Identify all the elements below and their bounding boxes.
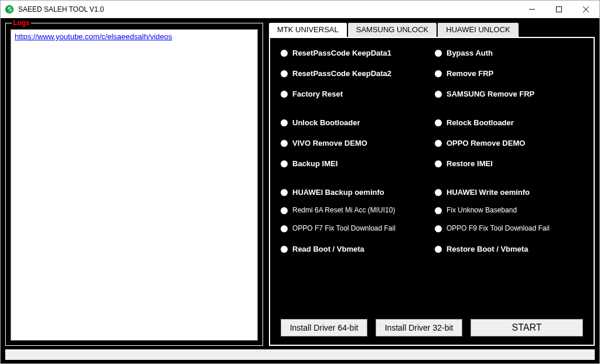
radio-icon <box>281 119 288 126</box>
tabs-strip: MTK UNIVERSALSAMSUNG UNLOCKHUAWEI UNLOCK <box>269 23 595 37</box>
option-left-1[interactable]: ResetPassCode KeepData2 <box>281 69 429 78</box>
close-button[interactable] <box>572 1 599 18</box>
app-window: SAEED SALEH TOOL V1.0 Logs https://www.y… <box>0 0 600 364</box>
start-button[interactable]: START <box>471 319 583 336</box>
button-row: Install Driver 64-bit Install Driver 32-… <box>281 319 583 336</box>
titlebar: SAEED SALEH TOOL V1.0 <box>1 1 599 18</box>
option-right-1[interactable]: Remove FRP <box>435 69 583 78</box>
radio-icon <box>435 246 442 253</box>
radio-icon <box>435 225 442 232</box>
radio-icon <box>435 50 442 57</box>
option-label: HUAWEI Backup oeminfo <box>292 188 384 197</box>
tab-body: ResetPassCode KeepData1Bypass AuthResetP… <box>269 37 595 346</box>
option-label: HUAWEI Write oeminfo <box>446 188 530 197</box>
logs-textbox[interactable]: https://www.youtube.com/c/elsaeedsalh/vi… <box>11 29 258 341</box>
radio-icon <box>281 50 288 57</box>
option-label: Redmi 6A Reset Mi Acc (MIUI10) <box>292 206 395 215</box>
radio-icon <box>435 160 442 167</box>
option-label: Restore Boot / Vbmeta <box>446 245 528 253</box>
tab-samsung-unlock[interactable]: SAMSUNG UNLOCK <box>348 23 437 37</box>
option-label: Remove FRP <box>446 69 493 78</box>
install-driver-64-button[interactable]: Install Driver 64-bit <box>281 319 367 336</box>
option-left-4[interactable]: VIVO Remove DEMO <box>281 139 429 147</box>
option-right-0[interactable]: Bypass Auth <box>435 49 583 57</box>
maximize-button[interactable] <box>546 1 572 18</box>
option-right-6[interactable]: HUAWEI Write oeminfo <box>435 188 583 197</box>
option-left-9[interactable]: Read Boot / Vbmeta <box>281 245 429 253</box>
option-label: SAMSUNG Remove FRP <box>446 90 534 98</box>
window-controls <box>519 1 599 18</box>
option-left-7[interactable]: Redmi 6A Reset Mi Acc (MIUI10) <box>281 206 429 215</box>
option-label: Factory Reset <box>292 90 343 98</box>
option-label: ResetPassCode KeepData1 <box>292 49 391 57</box>
option-left-3[interactable]: Unlock Bootloader <box>281 118 429 127</box>
logs-panel: Logs https://www.youtube.com/c/elsaeedsa… <box>5 23 263 346</box>
radio-icon <box>281 91 288 98</box>
radio-icon <box>281 189 288 196</box>
option-label: Fix Unknow Baseband <box>446 206 517 215</box>
option-right-9[interactable]: Restore Boot / Vbmeta <box>435 245 583 253</box>
option-label: Relock Bootloader <box>446 118 514 127</box>
radio-icon <box>281 207 288 214</box>
svg-rect-2 <box>557 6 562 12</box>
option-label: ResetPassCode KeepData2 <box>292 69 391 78</box>
option-label: Unlock Bootloader <box>292 118 360 127</box>
client-area: Logs https://www.youtube.com/c/elsaeedsa… <box>1 18 599 363</box>
logs-link[interactable]: https://www.youtube.com/c/elsaeedsalh/vi… <box>15 32 172 41</box>
option-label: OPPO Remove DEMO <box>446 139 525 147</box>
radio-icon <box>281 246 288 253</box>
install-driver-32-button[interactable]: Install Driver 32-bit <box>376 319 462 336</box>
options-grid: ResetPassCode KeepData1Bypass AuthResetP… <box>281 49 583 313</box>
radio-icon <box>435 207 442 214</box>
radio-icon <box>435 91 442 98</box>
app-icon <box>4 4 15 15</box>
logs-label: Logs <box>12 19 31 27</box>
radio-icon <box>281 70 288 77</box>
option-right-3[interactable]: Relock Bootloader <box>435 118 583 127</box>
option-left-6[interactable]: HUAWEI Backup oeminfo <box>281 188 429 197</box>
radio-icon <box>435 189 442 196</box>
option-label: Restore IMEI <box>446 159 493 168</box>
option-label: Backup IMEI <box>292 159 338 168</box>
option-right-5[interactable]: Restore IMEI <box>435 159 583 168</box>
option-label: OPPO F9 Fix Tool Download Fail <box>446 224 550 233</box>
main-row: Logs https://www.youtube.com/c/elsaeedsa… <box>1 18 599 346</box>
option-right-2[interactable]: SAMSUNG Remove FRP <box>435 90 583 98</box>
option-label: VIVO Remove DEMO <box>292 139 367 147</box>
option-left-0[interactable]: ResetPassCode KeepData1 <box>281 49 429 57</box>
option-right-8[interactable]: OPPO F9 Fix Tool Download Fail <box>435 224 583 233</box>
window-title: SAEED SALEH TOOL V1.0 <box>18 5 519 13</box>
radio-icon <box>435 140 442 147</box>
option-right-7[interactable]: Fix Unknow Baseband <box>435 206 583 215</box>
tab-mtk-universal[interactable]: MTK UNIVERSAL <box>269 23 347 37</box>
radio-icon <box>281 140 288 147</box>
radio-icon <box>281 160 288 167</box>
option-right-4[interactable]: OPPO Remove DEMO <box>435 139 583 147</box>
right-panel: MTK UNIVERSALSAMSUNG UNLOCKHUAWEI UNLOCK… <box>269 23 595 346</box>
option-left-5[interactable]: Backup IMEI <box>281 159 429 168</box>
option-label: Read Boot / Vbmeta <box>292 245 364 253</box>
option-label: Bypass Auth <box>446 49 493 57</box>
status-bar <box>5 349 595 360</box>
radio-icon <box>435 70 442 77</box>
option-left-2[interactable]: Factory Reset <box>281 90 429 98</box>
minimize-button[interactable] <box>519 1 546 18</box>
option-left-8[interactable]: OPPO F7 Fix Tool Download Fail <box>281 224 429 233</box>
tab-huawei-unlock[interactable]: HUAWEI UNLOCK <box>438 23 518 37</box>
radio-icon <box>281 225 288 232</box>
radio-icon <box>435 119 442 126</box>
option-label: OPPO F7 Fix Tool Download Fail <box>292 224 396 233</box>
